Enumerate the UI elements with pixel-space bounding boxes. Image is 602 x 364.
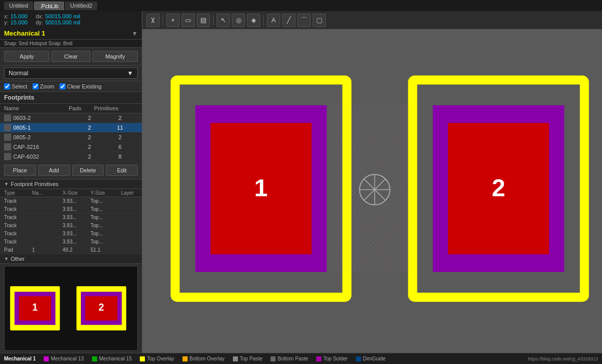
table-row[interactable]: 0805-2 2 2 [0,133,142,142]
status-top-solder: Top Solder [316,356,348,361]
prim-row[interactable]: Track3.93...Top... [0,205,142,214]
action-buttons: Place Add Delete Edit [0,162,142,179]
table-header: Name Pads Primitives [0,104,142,113]
toolbar-sep [163,15,163,25]
prim-row[interactable]: Pad149.251.1 [0,246,142,254]
layer-name: Mechanical 1 [4,29,130,37]
status-bottom-paste: Bottom Paste [270,356,308,361]
edit-button[interactable]: Edit [106,165,138,176]
mechanical15-dot [92,356,97,361]
status-bar: Mechanical 1 Mechanical 13 Mechanical 15… [0,353,602,364]
table-row[interactable]: 0805-1 2 11 [0,123,142,133]
apply-button[interactable]: Apply [4,51,49,62]
prim-row[interactable]: Track3.93...Top... [0,222,142,230]
mechanical13-dot [44,356,49,361]
cursor-tool-button[interactable]: ↖ [217,14,230,27]
select-checkbox[interactable]: Select [4,83,27,89]
primitives-header: ▼ Footprint Primitives [0,179,142,189]
canvas-area: ⊻ + ▭ ▤ ↖ ◎ ◈ A ╱ ⌒ ▢ [142,11,602,353]
select-checkbox-input[interactable] [4,83,10,89]
route-tool-button[interactable]: ⌒ [297,14,311,27]
table-row[interactable]: CAP-3216 2 6 [0,142,142,152]
top-overlay-label: Top Overlay [147,356,174,361]
prim-col-xsize: X-Size [63,190,91,196]
layer-dropdown-icon[interactable]: ▼ [132,30,138,37]
filter-button[interactable]: ⊻ [146,14,160,27]
prim-row[interactable]: Track3.93...Top... [0,230,142,238]
prim-table-header: Type Na... X-Size Y-Size Layer [0,189,142,197]
mechanical15-label: Mechanical 15 [99,356,132,361]
toolbar: ⊻ + ▭ ▤ ↖ ◎ ◈ A ╱ ⌒ ▢ [142,11,602,29]
prim-row[interactable]: Track3.93...Top... [0,214,142,222]
delete-button[interactable]: Delete [72,165,104,176]
mechanical13-label: Mechanical 13 [51,356,83,361]
preview-pad2-label: 2 [99,301,104,313]
col-pads: Pads [69,105,94,111]
tab-pcblib[interactable]: .PcbLib [34,2,64,10]
main-layout: x: 15.000 dx: 50015.000 mil y: 15.000 dy… [0,11,602,353]
checkboxes-row: Select Zoom Clear Existing [0,81,142,92]
status-top-overlay: Top Overlay [140,356,174,361]
bottom-paste-dot [270,356,276,361]
add-button[interactable]: Add [38,165,70,176]
top-solder-dot [316,356,321,361]
text-tool-button[interactable]: A [267,14,280,27]
prim-col-layer: Layer [121,190,129,196]
place-button[interactable]: Place [4,165,36,176]
preview-pad1-label: 1 [32,301,38,313]
prim-col-name: Na... [32,190,63,196]
dy-value: 50015.000 mil [45,19,80,25]
titlebar: Untitled .PcbLib Untitled2 [0,0,602,11]
chart-tool-button[interactable]: ▤ [197,14,210,27]
table-row[interactable]: 0603-2 2 2 [0,113,142,123]
url-label: https://blog.csdn.net/cg_43328313 [528,356,598,361]
pad2-label: 2 [492,174,505,201]
zoom-checkbox-input[interactable] [33,83,39,89]
layer-selector[interactable]: Mechanical 1 ▼ [0,27,142,40]
mode-value: Normal [9,70,28,77]
table-row[interactable]: CAP-6032 2 8 [0,152,142,162]
mode-dropdown[interactable]: Normal ▼ [4,68,138,79]
pad1-label: 1 [254,174,268,201]
add-tool-button[interactable]: + [166,14,179,27]
rect2-tool-button[interactable]: ▢ [313,14,326,27]
left-panel: x: 15.000 dx: 50015.000 mil y: 15.000 dy… [0,11,142,353]
diamond-tool-button[interactable]: ◈ [247,14,260,27]
pcb-canvas[interactable]: 1 2 [142,29,602,353]
top-paste-label: Top Paste [240,356,262,361]
buttons-row: Apply Clear Magnify [0,48,142,66]
circle-tool-button[interactable]: ◎ [232,14,245,27]
prim-col-type: Type [4,190,32,196]
preview-canvas: 1 2 [4,266,138,351]
primitives-list: Track3.93...Top... Track3.93...Top... Tr… [0,197,142,254]
primitives-label: Footprint Primitives [11,181,58,187]
zoom-checkbox[interactable]: Zoom [33,83,54,89]
line-tool-button[interactable]: ╱ [282,14,295,27]
tab-untitled2[interactable]: Untitled2 [65,2,97,10]
other-triangle-icon: ▼ [4,256,9,261]
clear-existing-input[interactable] [59,83,66,89]
triangle-icon: ▼ [4,181,9,187]
status-mechanical15: Mechanical 15 [92,356,132,361]
status-mechanical13: Mechanical 13 [44,356,83,361]
mode-selector: Normal ▼ [0,66,142,81]
bottom-overlay-label: Bottom Overlay [190,356,225,361]
prim-row[interactable]: Track3.93...Top... [0,197,142,205]
rect-tool-button[interactable]: ▭ [182,14,195,27]
status-bottom-overlay: Bottom Overlay [183,356,225,361]
status-dimguide: DimGuide [356,356,385,361]
prim-row[interactable]: Track3.93...Top... [0,238,142,246]
footprints-list: 0603-2 2 2 0805-1 2 11 0805-2 2 2 CAP-32… [0,113,142,162]
clear-button[interactable]: Clear [51,51,91,62]
dx-value: 50015.000 mil [45,13,80,19]
dimguide-label: DimGuide [363,356,385,361]
coords-bar: x: 15.000 dx: 50015.000 mil y: 15.000 dy… [0,11,142,27]
magnify-button[interactable]: Magnify [93,51,138,62]
x-label: x: [4,13,9,19]
snap-info: Snap: 5mil Hotspot Snap: 8mil [0,40,142,48]
tab-untitled[interactable]: Untitled [4,2,33,10]
dy-label: dy: [36,19,43,25]
toolbar-sep2 [213,15,214,25]
dimguide-dot [356,356,361,361]
clear-existing-checkbox[interactable]: Clear Existing [59,83,102,89]
